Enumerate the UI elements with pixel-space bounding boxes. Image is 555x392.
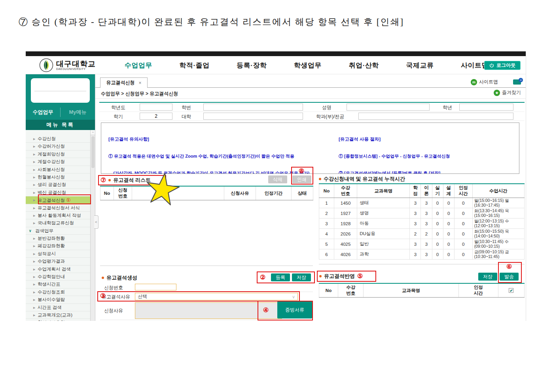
register-button[interactable]: 등록 bbox=[271, 273, 290, 281]
delete-button[interactable]: 삭제 bbox=[268, 175, 287, 183]
print-button[interactable]: 인쇄 bbox=[292, 175, 311, 183]
sidebar-item-label: 폐강강좌현황 bbox=[38, 243, 65, 248]
reason-textarea[interactable] bbox=[135, 302, 282, 319]
college-input[interactable] bbox=[203, 113, 303, 120]
sidebar-item-13[interactable]: ▶분반강좌현황 bbox=[26, 235, 95, 242]
tab-absence-application[interactable]: 유고결석신청 × bbox=[100, 77, 148, 88]
sidebar-item-7[interactable]: ▶백신 공결신청 bbox=[26, 189, 95, 196]
request-no-input[interactable] bbox=[135, 284, 176, 290]
name-input[interactable] bbox=[347, 104, 430, 111]
reason-type-select[interactable]: 선택 ∨ bbox=[135, 293, 298, 300]
nav-item-3[interactable]: 학생업무 bbox=[294, 61, 322, 70]
nav-item-0[interactable]: 수업업무 bbox=[125, 61, 152, 70]
studentno-label: 학번 bbox=[182, 104, 191, 111]
semester-input[interactable] bbox=[140, 113, 172, 120]
send-button[interactable]: 발송 bbox=[500, 273, 519, 281]
cell-design: 0 bbox=[443, 239, 454, 249]
section-bullet-icon bbox=[108, 179, 111, 181]
cell-recognized: 0 bbox=[454, 249, 472, 260]
sidebar-item-17[interactable]: ▶수업계획서 검색 bbox=[26, 266, 95, 273]
studentno-input[interactable] bbox=[203, 104, 303, 111]
favorite-link[interactable]: ★ 즐겨찾기 bbox=[494, 89, 521, 96]
nav-item-1[interactable]: 학적·졸업 bbox=[180, 61, 210, 70]
sidebar-item-4[interactable]: ▶사회봉사신청 bbox=[26, 166, 95, 173]
tab-label: 유고결석신청 bbox=[106, 79, 134, 86]
student-info-form: 학년도 학번 성명 학년 학기 대학 학과(부)/전공 bbox=[99, 102, 525, 121]
sidebar-item-11[interactable]: ▶국내학점교류신청 bbox=[26, 219, 95, 227]
sidebar-item-14[interactable]: ▶폐강강좌현황 bbox=[26, 242, 95, 250]
sidebar-tab-mymenu[interactable]: My메뉴 bbox=[60, 107, 95, 117]
cell-theory: 3 bbox=[421, 208, 432, 219]
nav-item-4[interactable]: 취업·산학 bbox=[349, 61, 379, 70]
sidebar-item-22[interactable]: ▶시간표 검색 bbox=[26, 304, 95, 311]
annotation-badge-2: ② bbox=[260, 274, 265, 281]
sidebar-item-5[interactable]: ▶헌혈봉사신청 bbox=[26, 173, 95, 181]
close-all-tabs-icon[interactable] bbox=[513, 79, 521, 85]
apply-section-title-box: 유고결석반영 ⑤ bbox=[317, 271, 376, 282]
triangle-right-icon: ▶ bbox=[33, 143, 35, 150]
sidebar-item-20[interactable]: ▶수강신청조회 bbox=[26, 288, 95, 296]
create-form: 신청번호 유고결석사유 선택 ∨ 신청사유 증빙서류 인정기간 bbox=[100, 283, 313, 321]
notice-precautions: [유고결석 유의사항] ① 유고결석 적용은 대면수업 및 실시간 Zoom 수… bbox=[108, 125, 309, 174]
sidebar-item-8[interactable]: ▶유고결석신청① bbox=[26, 196, 95, 204]
cell-practice: 0 bbox=[432, 219, 443, 229]
sidebar-item-0[interactable]: ▶수강신청 bbox=[26, 135, 95, 143]
notice-line: ① 유고결석 적용은 대면수업 및 실시간 Zoom 수업, 학습기간(출석인정… bbox=[108, 153, 309, 159]
sidebar-item-23[interactable]: ▶교과목개요(교과) bbox=[26, 311, 95, 319]
reason-type-label: 유고결석사유 bbox=[102, 294, 130, 300]
annotation-badge-5: ⑤ bbox=[357, 273, 363, 279]
nav-item-2[interactable]: 등록·장학 bbox=[237, 61, 267, 70]
sidebar-item-10[interactable]: ▶봉사 활동계획서 작성 bbox=[26, 212, 95, 219]
cell-credit: 3 bbox=[410, 198, 421, 208]
triangle-right-icon: ▶ bbox=[33, 181, 35, 188]
attach-file-button[interactable]: 증빙서류 bbox=[277, 301, 312, 318]
sitemap-link[interactable]: m 사이트맵 bbox=[471, 79, 498, 85]
apply-save-button[interactable]: 저장 bbox=[478, 273, 497, 281]
enrollment-table: No수강 번호교과목명학 점이 론실 기설 계인정 시간수업시간 11450생태… bbox=[319, 183, 525, 260]
cell-recognized: 0 bbox=[454, 208, 472, 219]
grade-input[interactable] bbox=[459, 104, 513, 111]
logout-button[interactable]: 로그아웃 bbox=[484, 61, 521, 70]
sidebar-item-1[interactable]: ▶수강허가신청 bbox=[26, 143, 95, 150]
cell-code: 2026 bbox=[334, 229, 357, 239]
year-input[interactable] bbox=[140, 104, 172, 111]
sitemap-label: 사이트맵 bbox=[479, 79, 498, 85]
sidebar-item-label: 취업절차추천 bbox=[38, 320, 65, 321]
university-logo[interactable]: 대구대학교 DAEGUUNIVERSITY bbox=[39, 58, 96, 72]
sidebar-item-2[interactable]: ▶계절희망신청 bbox=[26, 151, 95, 158]
triangle-right-icon: ▶ bbox=[33, 304, 35, 311]
scroll-thumb[interactable] bbox=[91, 136, 95, 168]
tab-close-icon[interactable]: × bbox=[138, 80, 141, 86]
cell-theory: 3 bbox=[421, 219, 432, 229]
triangle-right-icon: ▶ bbox=[33, 219, 35, 227]
nav-item-5[interactable]: 국제교류 bbox=[406, 61, 434, 70]
sidebar-item-15[interactable]: ▶성적공시 bbox=[26, 250, 95, 258]
cell-recognized: 0 bbox=[454, 198, 472, 208]
column-header: 수업시간 bbox=[472, 184, 524, 198]
checkbox-checked-icon[interactable]: ✔ bbox=[509, 288, 513, 293]
save-button[interactable]: 저장 bbox=[292, 273, 311, 281]
cell-theory: 2 bbox=[421, 229, 432, 239]
sidebar-item-18[interactable]: ▶수강학점안내 bbox=[26, 273, 95, 281]
sidebar-collapse-handle[interactable]: < bbox=[94, 215, 98, 229]
sidebar-item-24[interactable]: ▶취업절차추천 bbox=[26, 319, 95, 321]
sidebar-tab-classwork[interactable]: 수업업무 bbox=[26, 107, 60, 117]
table-row: 21927생명33000화(13:30~14:45) 목(15:00~16:15… bbox=[319, 208, 525, 219]
sidebar-item-9[interactable]: ▶유고결석신청서 서식 bbox=[26, 204, 95, 212]
sidebar-item-12[interactable]: ∨검색업무 bbox=[26, 227, 95, 235]
major-input[interactable] bbox=[358, 113, 513, 120]
triangle-right-icon: ▶ bbox=[33, 135, 35, 143]
cell-practice: 0 bbox=[432, 239, 443, 249]
cell-practice: 0 bbox=[432, 208, 443, 219]
sidebar-item-19[interactable]: ▶학생시간표 bbox=[26, 281, 95, 288]
triangle-right-icon: ▶ bbox=[33, 166, 35, 173]
cell-no: 2 bbox=[319, 208, 334, 219]
triangle-right-icon: ▶ bbox=[33, 173, 35, 181]
sidebar-item-3[interactable]: ▶계절수강신청 bbox=[26, 158, 95, 166]
login-info-box bbox=[31, 78, 90, 103]
chevron-down-icon: ∨ bbox=[29, 227, 32, 235]
sidebar-item-16[interactable]: ▶수업평가결과 bbox=[26, 258, 95, 265]
cell-time: 월(12:00~13:15) 수(12:00~13:15) bbox=[472, 219, 524, 229]
sidebar-item-6[interactable]: ▶생리 공결신청 bbox=[26, 181, 95, 188]
sidebar-item-21[interactable]: ▶봉사이수열람 bbox=[26, 296, 95, 303]
